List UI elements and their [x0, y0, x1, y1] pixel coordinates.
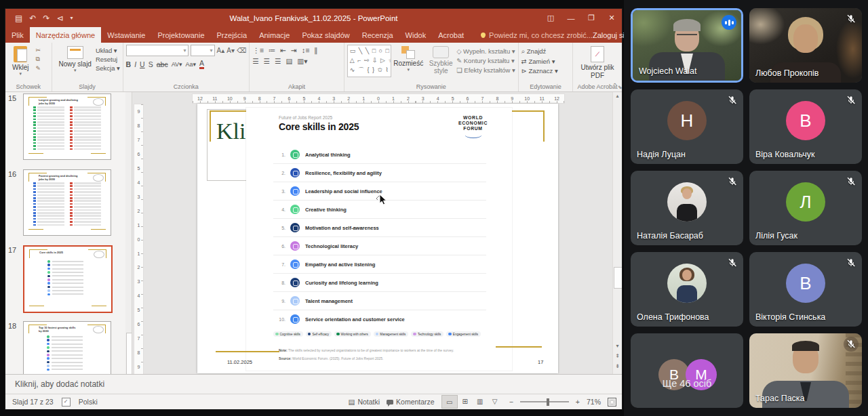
save-icon[interactable]: ▤: [15, 14, 22, 23]
tab-przejscia[interactable]: Przejścia: [211, 27, 254, 43]
strikethrough-button[interactable]: abc: [157, 60, 168, 68]
quick-styles-button[interactable]: Szybkie style: [425, 45, 456, 76]
clear-formatting-icon[interactable]: ⌫: [237, 47, 246, 54]
paste-button[interactable]: Wklej ▾: [8, 45, 33, 78]
font-size-combobox[interactable]: ▾: [191, 45, 215, 56]
participant-tile-nadiia-lutsan[interactable]: Н Надія Луцан: [631, 89, 743, 164]
shapes-gallery[interactable]: ▭ ╲ ╲ □ ○ □△ ⌐ ⇨ ⇩ ▷ ☆∿ ⌒ { } ✩ ⌇: [347, 45, 391, 77]
maximize-button[interactable]: ❐: [581, 9, 601, 27]
scrollbar-thumb[interactable]: [614, 267, 622, 289]
redo-icon[interactable]: ↷: [43, 14, 50, 23]
align-left-icon[interactable]: ☰: [252, 57, 258, 65]
font-name-combobox[interactable]: ▾: [126, 45, 189, 56]
comments-toggle[interactable]: Komentarze: [387, 398, 435, 406]
zoom-level[interactable]: 71%: [587, 398, 601, 406]
slide-canvas[interactable]: Kliknij, Future of Jobs Report 2025 Core…: [197, 104, 558, 373]
fit-slide-icon[interactable]: [608, 398, 616, 407]
thumbnail-slide-18[interactable]: 18 Top 10 fastest growing skills by 2030: [8, 321, 111, 374]
format-painter-icon[interactable]: ✎: [35, 65, 41, 72]
thumbnail-slide-15[interactable]: 15 Largest growing and declining jobs by…: [8, 93, 111, 160]
copy-icon[interactable]: ⧉: [35, 56, 41, 63]
participant-tile-nataliia-basarab[interactable]: Наталія Басараб: [631, 171, 743, 245]
find-button[interactable]: ⌕ Znajdź: [521, 47, 558, 56]
tab-narzedzia-glowne[interactable]: Narzędzia główne: [30, 27, 101, 43]
overflow-participants-tile[interactable]: В М Ще 46 осіб: [631, 333, 743, 408]
scroll-down-icon[interactable]: ▾: [613, 343, 622, 349]
bold-button[interactable]: B: [126, 60, 132, 68]
language-indicator[interactable]: Polski: [79, 398, 98, 406]
increase-indent-icon[interactable]: ⇥: [291, 46, 297, 54]
ribbon-display-options-icon[interactable]: ◫: [540, 9, 561, 27]
participant-tile-taras-paska[interactable]: Тарас Паска: [749, 333, 862, 408]
italic-button[interactable]: I: [134, 60, 136, 68]
change-case-icon[interactable]: Aa▾: [186, 61, 197, 68]
shape-effects-button[interactable]: ❏ Efekty kształtów ▾: [456, 66, 515, 74]
replace-button[interactable]: ⇄ Zamień ▾: [521, 58, 558, 65]
tab-pokaz-slajdow[interactable]: Pokaz slajdów: [296, 27, 355, 43]
qat-customize-icon[interactable]: ▾: [71, 15, 73, 21]
tell-me-box[interactable]: Powiedz mi, co chcesz zrobić...: [481, 27, 593, 43]
slide-sorter-view-button[interactable]: ⊞: [458, 395, 473, 407]
wef-figure[interactable]: Future of Jobs Report 2025 Core skills i…: [246, 108, 512, 371]
line-spacing-icon[interactable]: ↕≡: [302, 46, 309, 54]
font-color-icon[interactable]: A: [199, 59, 204, 69]
participant-tile-wojciech-walat[interactable]: Wojciech Walat: [631, 8, 743, 83]
cut-icon[interactable]: ✂: [35, 47, 41, 54]
columns-icon[interactable]: ▥▾: [297, 57, 307, 65]
layout-button[interactable]: Układ ▾: [96, 47, 120, 54]
spellcheck-icon[interactable]: ✓: [62, 398, 71, 407]
zoom-slider[interactable]: [520, 401, 569, 402]
slideshow-view-button[interactable]: ▽: [488, 395, 502, 407]
next-slide-icon[interactable]: ⇟: [613, 363, 622, 369]
decrease-indent-icon[interactable]: ⇤: [280, 46, 286, 54]
participant-tile-vira-kovalchuk[interactable]: В Віра Ковальчук: [749, 89, 862, 164]
thumbnail-slide-17-selected[interactable]: 17 Core skills in 2025: [8, 245, 113, 313]
start-slideshow-icon[interactable]: ⊲: [56, 14, 63, 23]
underline-button[interactable]: U: [140, 60, 145, 68]
participant-tile-viktoriia-stynska[interactable]: В Вікторія Стинська: [749, 252, 862, 327]
character-spacing-icon[interactable]: AV▾: [172, 61, 182, 68]
tab-plik[interactable]: Plik: [5, 27, 30, 43]
editor-scrollbar[interactable]: ▴ ▾ ⇞ ⇟: [612, 92, 622, 374]
align-center-icon[interactable]: ☰: [264, 57, 270, 65]
create-pdf-button[interactable]: ⟋ Utwórz plik PDF: [576, 45, 619, 81]
justify-icon[interactable]: ▤: [285, 57, 292, 65]
arrange-button[interactable]: Rozmieść ▾: [391, 45, 425, 74]
reset-button[interactable]: Resetuj: [96, 56, 120, 63]
zoom-in-button[interactable]: +: [576, 398, 580, 406]
grow-font-icon[interactable]: A▴: [217, 47, 225, 54]
zoom-slider-thumb[interactable]: [547, 398, 549, 406]
shadow-button[interactable]: S: [149, 60, 153, 68]
numbering-icon[interactable]: ≔: [269, 46, 276, 54]
previous-slide-icon[interactable]: ⇞: [613, 353, 622, 359]
align-right-icon[interactable]: ☰: [275, 57, 281, 65]
reading-view-button[interactable]: ▥: [473, 395, 488, 407]
text-direction-icon[interactable]: ∥: [314, 46, 317, 54]
tab-recenzja[interactable]: Recenzja: [356, 27, 399, 43]
notes-pane[interactable]: Kliknij, aby dodać notatki: [5, 374, 622, 394]
normal-view-button[interactable]: ▭: [441, 395, 458, 409]
shape-fill-button[interactable]: ◇ Wypełn. kształtu ▾: [456, 47, 515, 55]
slide-indicator[interactable]: Slajd 17 z 23: [12, 398, 54, 406]
tab-wstawianie[interactable]: Wstawianie: [101, 27, 151, 43]
thumbnail-slide-16[interactable]: 16 Fastest growing and declining jobs by…: [8, 169, 111, 236]
select-button[interactable]: ⊳ Zaznacz ▾: [521, 67, 558, 75]
new-slide-button[interactable]: Nowy slajd ▾: [55, 45, 96, 75]
participant-tile-olena-tryfonova[interactable]: Олена Трифонова: [631, 252, 743, 327]
tab-animacje[interactable]: Animacje: [253, 27, 296, 43]
bullets-icon[interactable]: ⋮≡: [252, 46, 264, 54]
minimize-button[interactable]: —: [561, 9, 581, 27]
close-button[interactable]: ✕: [601, 9, 622, 27]
scroll-up-icon[interactable]: ▴: [613, 93, 622, 99]
section-button[interactable]: Sekcja ▾: [96, 64, 120, 72]
notes-toggle[interactable]: ▤Notatki: [348, 398, 380, 406]
participant-tile-lyubov-prokopiv[interactable]: Любов Прокопів: [749, 8, 862, 83]
tab-widok[interactable]: Widok: [399, 27, 433, 43]
undo-icon[interactable]: ↶: [29, 14, 36, 23]
participant-tile-liliia-husak[interactable]: Л Лілія Гусак: [749, 171, 862, 245]
tab-projektowanie[interactable]: Projektowanie: [151, 27, 210, 43]
thumbnail-scrollbar[interactable]: [125, 92, 132, 374]
zoom-out-button[interactable]: −: [509, 398, 513, 406]
tab-acrobat[interactable]: Acrobat: [432, 27, 470, 43]
shape-outline-button[interactable]: ✎ Kontury kształtu ▾: [456, 57, 515, 64]
